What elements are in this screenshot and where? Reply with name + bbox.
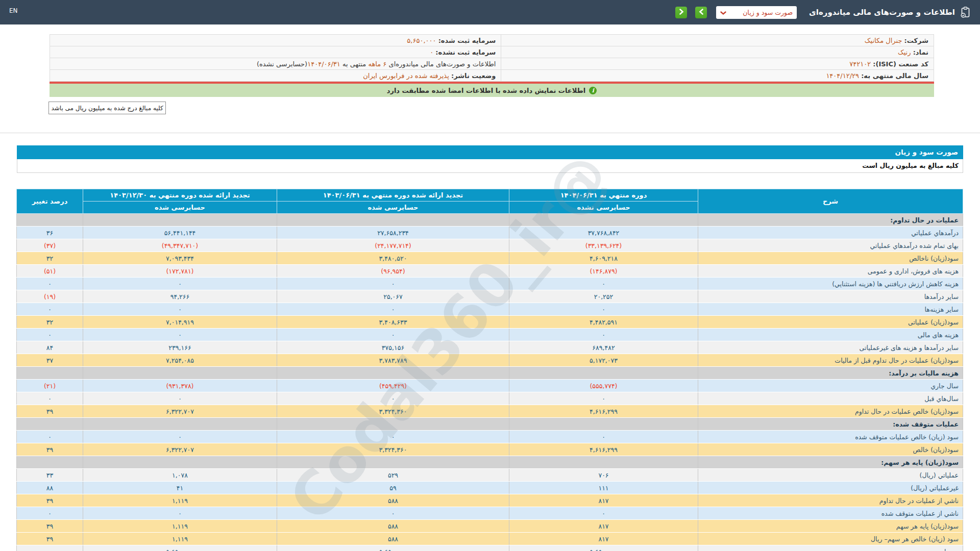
row-label-cell: هزینه های مالی — [698, 329, 963, 341]
row-label-cell: هزینه های فروش، اداری و عمومی — [698, 265, 963, 278]
value-cell-1404: ۰ — [509, 303, 698, 316]
value-cell-1403-06: ۰ — [277, 278, 509, 290]
table-row: سایر درآمدها و هزینه های غیرعملیاتی۶۸۹,۴… — [17, 341, 963, 354]
value-cell-1404: ۱۱۱ — [509, 482, 698, 494]
prev-button[interactable] — [695, 7, 707, 18]
value-cell-1403-06: (۲۴,۱۷۷,۷۱۴) — [277, 239, 509, 252]
unit-tab-label: کلیه مبالغ درج شده به میلیون ریال می باش… — [51, 105, 163, 112]
info-value: ۱۴۰۴/۱۲/۲۹ — [826, 72, 859, 80]
page-title: اطلاعات و صورت‌های مالی میاندوره‌ای — [809, 8, 955, 17]
row-label-cell: بهای تمام شده درآمدهاي عملیاتي — [698, 239, 963, 252]
value-cell-1403-06: ۰ — [277, 303, 509, 316]
value-cell-1403-06: ۵,۶۵۰,۰۰۰ — [277, 545, 509, 551]
info-row: سال مالی منتهی به: ۱۴۰۴/۱۲/۲۹ وضعیت ناشر… — [50, 70, 934, 82]
value-cell-1404: ۰ — [509, 329, 698, 341]
value-cell-1404: ۶۸۹,۴۸۲ — [509, 341, 698, 354]
value-cell-1403-06: ۳,۴۰۸,۶۳۳ — [277, 316, 509, 329]
row-label-cell: سال جاري — [698, 380, 963, 392]
row-label-cell: سایر هزینه‌ها — [698, 303, 963, 316]
column-subheader-unaudited: حسابرسی نشده — [509, 202, 698, 214]
info-label: سرمایه ثبت شده: — [438, 37, 496, 44]
language-toggle[interactable]: EN — [9, 7, 18, 14]
percent-change-cell: ۰ — [17, 431, 83, 443]
value-cell-1403-06: ۳۷۵,۱۵۶ — [277, 341, 509, 354]
issuer-status-cell: وضعیت ناشر: پذیرفته شده در فرابورس ایران — [50, 70, 501, 82]
chevron-down-icon — [720, 8, 726, 17]
info-value: رنیک — [898, 48, 911, 56]
value-cell-1403-06: ۰ — [277, 507, 509, 520]
table-row: سود (زیان) خالص عملیات متوقف شده۰۰۰۰ — [17, 431, 963, 443]
percent-change-cell: ۳۹ — [17, 443, 83, 456]
value-cell-1403-12: ۱,۰۷۸ — [83, 469, 277, 482]
percent-change-cell: ۳۹ — [17, 405, 83, 418]
value-cell-1403-12: ۲۳۹,۱۶۶ — [83, 341, 277, 354]
value-cell-1403-12 — [83, 367, 277, 380]
value-cell-1403-12: ۰ — [83, 431, 277, 443]
value-cell-1403-12 — [83, 456, 277, 469]
info-row: کد صنعت (ISIC): ۷۴۲۱۰۲ اطلاعات و صورت‌ها… — [50, 58, 934, 70]
period-date: ۱۴۰۴/۰۶/۳۱ — [307, 60, 340, 68]
info-row: شرکت: جنرال مکانیک سرمایه ثبت شده: ۵,۶۵۰… — [50, 35, 934, 46]
table-row: هزینه های فروش، اداری و عمومی(۱۴۶,۸۷۹)(۹… — [17, 265, 963, 278]
column-header-period-1403-06: تجدید ارائه شده دوره منتهي به ۱۴۰۳/۰۶/۳۱ — [277, 189, 509, 202]
unregistered-capital-cell: سرمایه ثبت نشده: ۰ — [50, 46, 501, 58]
row-label-cell: هزینه کاهش ارزش دریافتني ها (هزینه استثن… — [698, 278, 963, 290]
value-cell-1404 — [509, 367, 698, 380]
value-cell-1403-06: ۲۷,۶۵۸,۲۳۴ — [277, 227, 509, 239]
fiscal-year-cell: سال مالی منتهی به: ۱۴۰۴/۱۲/۲۹ — [501, 70, 934, 82]
value-cell-1404: ۸۱۷ — [509, 533, 698, 545]
table-row: سال‌هاي قبل۰۰۰۰ — [17, 392, 963, 405]
info-value: ۵,۶۵۰,۰۰۰ — [407, 37, 436, 44]
statement-type-dropdown[interactable]: صورت سود و زیان — [716, 6, 797, 19]
row-label-cell: سایر درآمدها و هزینه های غیرعملیاتی — [698, 341, 963, 354]
amounts-unit-tab: کلیه مبالغ درج شده به میلیون ریال می باش… — [48, 102, 166, 114]
dropdown-selected-value: صورت سود و زیان — [743, 9, 793, 16]
next-button[interactable] — [675, 7, 687, 18]
value-cell-1403-06: ۵۸۸ — [277, 533, 509, 545]
percent-change-cell: ۰ — [17, 329, 83, 341]
row-label-cell: سود(زیان) ناخالص — [698, 252, 963, 265]
value-cell-1403-12: ۱,۱۱۹ — [83, 533, 277, 545]
value-cell-1404: ۳۷,۷۶۸,۸۴۲ — [509, 227, 698, 239]
row-label-cell: عملیاتي (ریال) — [698, 469, 963, 482]
section-divider — [0, 133, 980, 133]
table-row: عملیاتي (ریال)۷۰۶۵۲۹۱,۰۷۸۳۳ — [17, 469, 963, 482]
value-cell-1403-12 — [83, 418, 277, 431]
value-cell-1403-12: ۰ — [83, 329, 277, 341]
statement-title: صورت سود و زیان — [895, 148, 958, 156]
table-row: سود(زیان) پایه هر سهم۸۱۷۵۸۸۱,۱۱۹۳۹ — [17, 520, 963, 533]
value-cell-1404: ۸۱۷ — [509, 494, 698, 507]
income-statement-table: شرح دوره منتهي به ۱۴۰۴/۰۶/۳۱ تجدید ارائه… — [16, 189, 963, 551]
notice-text: اطلاعات نمایش داده شده با اطلاعات امضا ش… — [387, 87, 586, 94]
table-row: سود(زیان) خالص عملیات در حال تداوم۴,۶۱۶,… — [17, 405, 963, 418]
value-cell-1403-06: ۲۵,۰۶۷ — [277, 290, 509, 303]
value-cell-1403-06: ۵۲۹ — [277, 469, 509, 482]
table-row: درآمدهاي عملیاتي۳۷,۷۶۸,۸۴۲۲۷,۶۵۸,۲۳۴۵۶,۴… — [17, 227, 963, 239]
table-row: سود(زیان) عملیاتی۴,۴۸۲,۵۹۱۳,۴۰۸,۶۳۳۷,۰۱۴… — [17, 316, 963, 329]
value-cell-1404 — [509, 418, 698, 431]
report-period-cell: اطلاعات و صورت‌های مالی میاندوره‌ای ۶ ما… — [50, 58, 501, 70]
percent-change-cell: ۰ — [17, 392, 83, 405]
percent-change-cell: ۰ — [17, 507, 83, 520]
value-cell-1404: ۰ — [509, 278, 698, 290]
row-label-cell: سایر درآمدها — [698, 290, 963, 303]
signature-match-notice: i اطلاعات نمایش داده شده با اطلاعات امضا… — [50, 84, 934, 97]
percent-change-cell — [17, 418, 83, 431]
period-audit-status: (حسابرسی نشده) — [257, 60, 307, 68]
percent-change-cell: (۵۱) — [17, 265, 83, 278]
value-cell-1403-06: ۰ — [277, 392, 509, 405]
column-header-period-1404-06: دوره منتهي به ۱۴۰۴/۰۶/۳۱ — [509, 189, 698, 202]
value-cell-1403-12: ۰ — [83, 392, 277, 405]
value-cell-1404: ۷۰۶ — [509, 469, 698, 482]
section-row: عملیات در حال تداوم: — [17, 214, 963, 227]
percent-change-cell: (۳۷) — [17, 239, 83, 252]
row-label-cell: سال‌هاي قبل — [698, 392, 963, 405]
info-value: جنرال مکانیک — [865, 37, 902, 44]
table-row: سال جاري(۵۵۵,۷۷۴)(۴۵۹,۴۲۹)(۹۳۱,۳۷۸)(۲۱) — [17, 380, 963, 392]
info-label: نماد: — [913, 48, 928, 56]
percent-change-cell: ۰ — [17, 278, 83, 290]
value-cell-1404: ۴,۶۱۶,۲۹۹ — [509, 405, 698, 418]
percent-change-cell: ۸۸ — [17, 482, 83, 494]
value-cell-1404: ۴,۴۸۲,۵۹۱ — [509, 316, 698, 329]
table-row: هزینه کاهش ارزش دریافتني ها (هزینه استثن… — [17, 278, 963, 290]
